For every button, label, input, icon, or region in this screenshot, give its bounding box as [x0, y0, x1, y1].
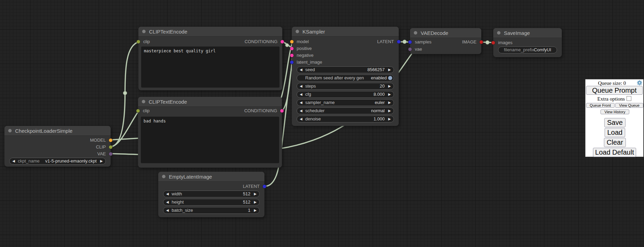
extra-options-label: Extra options	[597, 96, 625, 102]
node-title-bar[interactable]: EmptyLatentImage	[158, 172, 264, 182]
increment-arrow-icon[interactable]: ▶	[388, 116, 391, 122]
decrement-arrow-icon[interactable]: ◀	[300, 100, 302, 106]
output-slot-model[interactable]	[109, 138, 113, 142]
queue-size-label: Queue size: 0	[585, 80, 639, 86]
input-slot-clip[interactable]	[136, 109, 140, 113]
output-slot-vae[interactable]	[109, 152, 113, 156]
node-title: KSampler	[302, 29, 325, 35]
decrement-arrow-icon[interactable]: ◀	[300, 83, 302, 89]
widget-value: 8566257	[367, 67, 385, 73]
increment-arrow-icon[interactable]: ▶	[388, 83, 391, 89]
node-title-bar[interactable]: SaveImage	[493, 28, 562, 38]
node-collapse-dot-icon[interactable]	[142, 30, 146, 33]
input-slot-negative[interactable]	[290, 53, 294, 57]
decrement-arrow-icon[interactable]: ◀	[300, 91, 302, 98]
decrement-arrow-icon[interactable]: ◀	[12, 158, 15, 164]
output-slot-conditioning[interactable]	[280, 40, 284, 44]
increment-arrow-icon[interactable]: ▶	[254, 199, 257, 205]
node-clip-text-encode-positive[interactable]: CLIPTextEncode clip CONDITIONING masterp…	[138, 27, 282, 90]
save-button[interactable]: Save	[604, 118, 626, 127]
cfg-widget[interactable]: ◀ cfg 8.000 ▶	[297, 91, 394, 98]
increment-arrow-icon[interactable]: ▶	[388, 67, 391, 73]
output-label-conditioning: CONDITIONING	[245, 39, 277, 44]
scheduler-widget[interactable]: ◀ scheduler normal ▶	[297, 107, 394, 114]
filename-prefix-widget[interactable]: filename_prefix ComfyUI	[498, 47, 557, 53]
decrement-arrow-icon[interactable]: ◀	[300, 108, 302, 114]
steps-widget[interactable]: ◀ steps 20 ▶	[297, 83, 394, 90]
queue-front-button[interactable]: Queue Front	[586, 103, 615, 108]
node-checkpoint-loader[interactable]: CheckpointLoaderSimple MODEL CLIP VAE ◀ …	[4, 126, 111, 167]
link-dot	[486, 41, 490, 44]
random-seed-toggle[interactable]: Random seed after every gen enabled	[297, 75, 394, 81]
decrement-arrow-icon[interactable]: ◀	[166, 191, 169, 197]
seed-widget[interactable]: ◀ seed 8566257 ▶	[297, 66, 394, 73]
node-title-bar[interactable]: VAEDecode	[410, 28, 481, 38]
view-queue-button[interactable]: View Queue	[615, 103, 643, 108]
view-history-button[interactable]: View History	[600, 109, 629, 114]
node-collapse-dot-icon[interactable]	[414, 31, 417, 35]
input-slot-positive[interactable]	[290, 47, 294, 51]
output-slot-latent[interactable]	[262, 184, 267, 188]
widget-value: 20	[380, 83, 385, 89]
node-ksampler[interactable]: KSampler model LATENT positive negative …	[292, 27, 399, 126]
output-slot-latent[interactable]	[397, 40, 401, 44]
batch-size-widget[interactable]: ◀ batch_size 1 ▶	[163, 207, 260, 214]
node-title-bar[interactable]: CheckpointLoaderSimple	[4, 126, 111, 136]
node-title-bar[interactable]: CLIPTextEncode	[138, 27, 282, 37]
node-collapse-dot-icon[interactable]	[142, 100, 145, 103]
node-clip-text-encode-negative[interactable]: CLIPTextEncode clip CONDITIONING bad han…	[138, 97, 282, 168]
ckpt-name-widget[interactable]: ◀ ckpt_name v1-5-pruned-emaonly.ckpt ▶	[9, 158, 106, 165]
output-slot-image[interactable]	[479, 40, 483, 44]
increment-arrow-icon[interactable]: ▶	[100, 158, 103, 164]
decrement-arrow-icon[interactable]: ◀	[166, 199, 169, 205]
denoise-widget[interactable]: ◀ denoise 1.000 ▶	[297, 116, 394, 122]
input-label-samples: samples	[415, 39, 431, 44]
load-default-button[interactable]: Load Default	[593, 148, 636, 157]
prompt-textarea[interactable]: masterpiece best quality girl	[141, 47, 280, 88]
increment-arrow-icon[interactable]: ▶	[388, 91, 391, 98]
output-label-image: IMAGE	[462, 39, 476, 44]
input-slot-samples[interactable]	[408, 40, 412, 44]
node-collapse-dot-icon[interactable]	[296, 30, 299, 33]
settings-gear-icon[interactable]	[637, 80, 642, 86]
increment-arrow-icon[interactable]: ▶	[388, 108, 391, 114]
widget-value: 512	[243, 191, 250, 197]
node-graph-canvas[interactable]: CheckpointLoaderSimple MODEL CLIP VAE ◀ …	[0, 0, 644, 247]
sampler-name-widget[interactable]: ◀ sampler_name euler ▶	[297, 99, 394, 106]
decrement-arrow-icon[interactable]: ◀	[166, 207, 169, 213]
prompt-textarea[interactable]: bad hands	[141, 117, 279, 163]
increment-arrow-icon[interactable]: ▶	[388, 100, 391, 106]
node-title-bar[interactable]: CLIPTextEncode	[138, 97, 282, 107]
input-slot-images[interactable]	[491, 41, 495, 45]
output-slot-clip[interactable]	[109, 145, 113, 149]
node-title: CheckpointLoaderSimple	[15, 128, 73, 134]
input-slot-clip[interactable]	[136, 40, 140, 44]
node-empty-latent-image[interactable]: EmptyLatentImage LATENT ◀ width 512 ▶ ◀ …	[158, 172, 264, 217]
toggle-dot-icon[interactable]	[388, 76, 392, 80]
node-collapse-dot-icon[interactable]	[162, 175, 165, 178]
input-slot-vae[interactable]	[408, 47, 412, 51]
output-slot-conditioning[interactable]	[280, 109, 284, 113]
increment-arrow-icon[interactable]: ▶	[254, 207, 257, 213]
extra-options-checkbox[interactable]	[627, 96, 631, 101]
node-vae-decode[interactable]: VAEDecode samples IMAGE vae	[410, 28, 481, 54]
width-widget[interactable]: ◀ width 512 ▶	[163, 191, 260, 197]
input-slot-latent-image[interactable]	[290, 60, 294, 64]
increment-arrow-icon[interactable]: ▶	[254, 191, 257, 197]
height-widget[interactable]: ◀ height 512 ▶	[163, 199, 260, 206]
node-save-image[interactable]: SaveImage images filename_prefix ComfyUI	[493, 28, 562, 57]
node-collapse-dot-icon[interactable]	[497, 31, 500, 35]
decrement-arrow-icon[interactable]: ◀	[300, 67, 302, 73]
clear-button[interactable]: Clear	[604, 138, 626, 147]
node-collapse-dot-icon[interactable]	[8, 129, 12, 132]
link-dot	[285, 43, 289, 47]
node-title-bar[interactable]: KSampler	[292, 27, 399, 37]
node-title: CLIPTextEncode	[149, 29, 187, 35]
input-slot-model[interactable]	[290, 40, 294, 44]
widget-label: cfg	[305, 91, 311, 98]
decrement-arrow-icon[interactable]: ◀	[300, 116, 302, 122]
load-button[interactable]: Load	[605, 128, 625, 137]
widget-label: denoise	[305, 116, 321, 122]
output-label-latent: LATENT	[377, 39, 394, 44]
queue-prompt-button[interactable]: Queue Prompt	[586, 86, 643, 95]
